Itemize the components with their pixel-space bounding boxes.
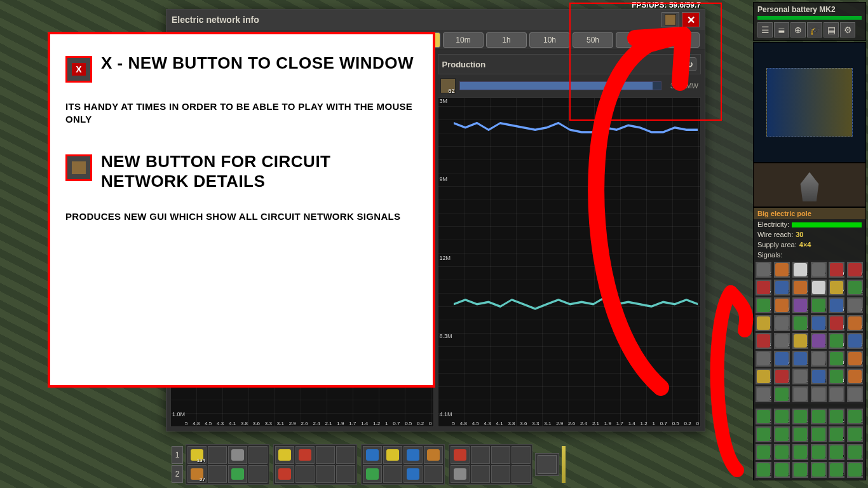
- signal-slot[interactable]: -1: [792, 461, 809, 478]
- signal-slot[interactable]: 134: [773, 279, 790, 296]
- quickbar-slot[interactable]: [471, 465, 490, 483]
- signal-slot[interactable]: 20: [810, 350, 827, 367]
- signal-slot[interactable]: -1: [828, 426, 845, 443]
- circuit-network-button[interactable]: [661, 12, 679, 27]
- quickbar-slot[interactable]: [336, 446, 355, 464]
- signal-slot[interactable]: 20: [828, 350, 845, 367]
- signal-slot[interactable]: -1: [828, 461, 845, 478]
- signal-slot[interactable]: 75: [755, 297, 772, 314]
- quickbar-slot[interactable]: [275, 465, 294, 483]
- signal-slot[interactable]: [846, 386, 864, 403]
- signal-slot[interactable]: 73: [773, 297, 790, 314]
- signal-slot[interactable]: 48: [755, 332, 772, 349]
- quickbar-slot[interactable]: [248, 465, 268, 483]
- quickbar-slot[interactable]: 134: [187, 446, 207, 464]
- row-2-button[interactable]: 2: [172, 465, 183, 483]
- quickbar-slot[interactable]: 27: [187, 465, 207, 483]
- signal-slot[interactable]: 4.8k: [773, 261, 790, 278]
- list-button[interactable]: ≣: [774, 22, 789, 37]
- quickbar-slot[interactable]: [383, 446, 402, 464]
- quickbar-slot[interactable]: [316, 465, 335, 483]
- signal-slot[interactable]: -1: [846, 444, 864, 461]
- quickbar-slot[interactable]: [512, 465, 531, 483]
- signal-slot[interactable]: [792, 386, 809, 403]
- signal-slot[interactable]: -1: [755, 408, 772, 425]
- signal-slot[interactable]: 219: [846, 261, 864, 278]
- signal-slot[interactable]: 47: [810, 332, 827, 349]
- quickbar-slot[interactable]: [451, 465, 470, 483]
- signal-slot[interactable]: -1: [810, 461, 827, 478]
- quickbar-slot[interactable]: [208, 446, 227, 464]
- quickbar-slot[interactable]: [336, 465, 355, 483]
- quickbar-slot[interactable]: [512, 446, 531, 464]
- reset-button[interactable]: ↻: [682, 57, 696, 71]
- signal-slot[interactable]: -1: [846, 408, 864, 425]
- signal-slot[interactable]: 100: [792, 279, 809, 296]
- signal-slot[interactable]: -1: [773, 426, 790, 443]
- signal-slot[interactable]: -1: [828, 444, 845, 461]
- signal-slot[interactable]: 309: [828, 261, 845, 278]
- signal-slot[interactable]: 2: [755, 386, 772, 403]
- signal-slot[interactable]: -1: [810, 408, 827, 425]
- book-button[interactable]: 🎓: [807, 22, 822, 37]
- signal-slot[interactable]: 4: [810, 368, 827, 385]
- quickbar-slot[interactable]: [403, 465, 423, 483]
- quickbar-slot[interactable]: [403, 446, 423, 464]
- quickbar-slot[interactable]: [248, 446, 268, 464]
- time-tab-250h[interactable]: 250h: [616, 32, 656, 48]
- signal-slot[interactable]: 69: [810, 297, 827, 314]
- signal-slot[interactable]: 50: [828, 315, 845, 332]
- time-tab-1000h[interactable]: 1000h: [659, 32, 700, 48]
- signal-slot[interactable]: 51: [755, 315, 772, 332]
- signal-slot[interactable]: 13: [773, 368, 790, 385]
- quickbar-slot[interactable]: [295, 446, 315, 464]
- gear-button[interactable]: ⚙: [840, 22, 855, 37]
- signal-slot[interactable]: 367: [810, 261, 827, 278]
- quickbar-slot[interactable]: [295, 465, 315, 483]
- signal-slot[interactable]: [828, 386, 845, 403]
- time-tab-10m[interactable]: 10m: [443, 32, 484, 48]
- signal-slot[interactable]: 16k: [755, 261, 772, 278]
- signal-slot[interactable]: 72: [792, 297, 809, 314]
- signal-slot[interactable]: 13: [755, 368, 772, 385]
- quickbar-slot[interactable]: [316, 446, 335, 464]
- quickbar-slot[interactable]: [275, 446, 294, 464]
- signal-slot[interactable]: -1: [755, 426, 772, 443]
- signal-slot[interactable]: -1: [773, 408, 790, 425]
- signal-slot[interactable]: [810, 386, 827, 403]
- window-titlebar[interactable]: Electric network info ✕: [166, 10, 705, 30]
- time-tab-1h[interactable]: 1h: [486, 32, 527, 48]
- quickbar-slot[interactable]: [383, 465, 402, 483]
- quickbar-slot[interactable]: [491, 446, 510, 464]
- signal-slot[interactable]: 48: [792, 332, 809, 349]
- signal-slot[interactable]: -1: [810, 426, 827, 443]
- menu-button[interactable]: ☰: [757, 22, 773, 37]
- signal-slot[interactable]: -1: [755, 461, 772, 478]
- row-1-button[interactable]: 1: [172, 446, 183, 464]
- signal-slot[interactable]: 26: [773, 350, 790, 367]
- steam-engine-icon[interactable]: 62: [440, 78, 456, 93]
- signal-slot[interactable]: 432: [792, 261, 809, 278]
- quickbar-slot[interactable]: [228, 465, 247, 483]
- signal-slot[interactable]: 205: [755, 279, 772, 296]
- signal-slot[interactable]: -1: [828, 408, 845, 425]
- signal-slot[interactable]: 44: [846, 332, 864, 349]
- signal-slot[interactable]: 48: [773, 332, 790, 349]
- plus-button[interactable]: ⊕: [790, 22, 806, 37]
- signal-slot[interactable]: 37: [755, 350, 772, 367]
- quickbar-slot[interactable]: [363, 465, 382, 483]
- signal-slot[interactable]: 45: [828, 332, 845, 349]
- quickbar-slot[interactable]: [491, 465, 510, 483]
- signal-slot[interactable]: 87: [828, 279, 845, 296]
- signal-slot[interactable]: 48: [846, 315, 864, 332]
- signal-slot[interactable]: 11: [792, 368, 809, 385]
- quickbar-slot[interactable]: [208, 465, 227, 483]
- quickbar-slot[interactable]: [363, 446, 382, 464]
- signal-slot[interactable]: 19: [846, 350, 864, 367]
- quickbar-slot[interactable]: [228, 446, 247, 464]
- signal-slot[interactable]: -1: [846, 461, 864, 478]
- layers-button[interactable]: ▤: [824, 22, 839, 37]
- signal-slot[interactable]: 51: [773, 315, 790, 332]
- time-tab-50h[interactable]: 50h: [573, 32, 613, 48]
- signal-slot[interactable]: 3: [846, 368, 864, 385]
